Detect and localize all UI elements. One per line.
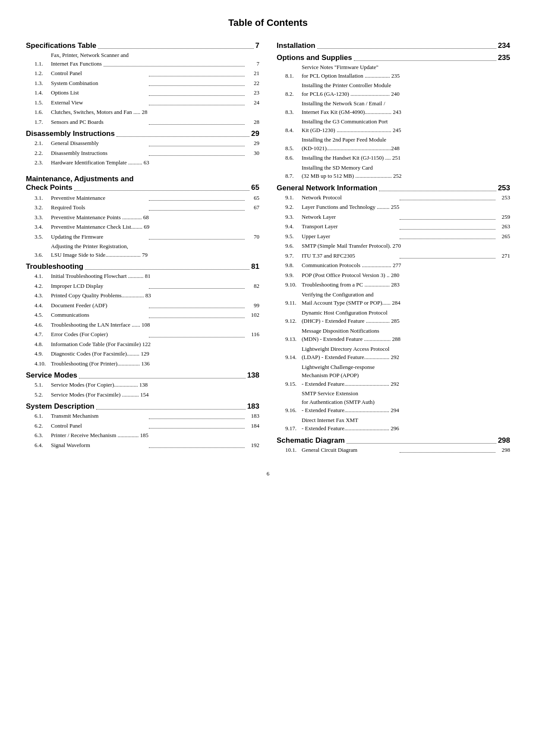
list-item: 9.5. Upper Layer 265 <box>277 232 510 241</box>
section-label-options-supplies: Options and Supplies <box>277 54 352 62</box>
section-maintenance: Maintenance, Adjustments and Check Point… <box>26 175 259 259</box>
list-item: 9.13. Message Disposition Notifications … <box>277 327 510 343</box>
list-item: 9.16. SMTP Service Extension for Authent… <box>277 389 510 415</box>
page-title: Table of Contents <box>26 17 510 28</box>
list-item: 1.1. Fax, Printer, Network Scanner and I… <box>26 51 259 68</box>
list-item: 3.2. Required Tools 67 <box>26 203 259 212</box>
list-item: 8.7. Installing the SD Memory Card (32 M… <box>277 164 510 180</box>
section-specifications: Specifications Table 7 1.1. Fax, Printer… <box>26 41 259 126</box>
section-page-service-modes: 138 <box>247 371 259 380</box>
list-item: 4.2. Improper LCD Display 82 <box>26 282 259 290</box>
list-item: 3.3. Preventive Maintenance Points .....… <box>26 213 259 222</box>
list-item: 8.3. Installing the Network Scan / Email… <box>277 99 510 116</box>
list-item: 9.3. Network Layer 259 <box>277 213 510 221</box>
section-label-general-network: General Network Information <box>277 184 377 192</box>
section-page-specifications: 7 <box>255 41 259 50</box>
section-dots-troubleshooting <box>85 269 249 270</box>
section-page-options-supplies: 235 <box>498 54 510 62</box>
list-item: 6.1. Transmit Mechanism 183 <box>26 412 259 420</box>
list-item: 4.7. Error Codes (For Copier) 116 <box>26 330 259 339</box>
list-item: 1.5. External View 24 <box>26 98 259 107</box>
section-options-supplies: Options and Supplies 235 8.1. Service No… <box>277 54 510 180</box>
list-item: 9.17. Direct Internet Fax XMT - Extended… <box>277 416 510 433</box>
list-item: 4.6. Troubleshooting the LAN Interface .… <box>26 321 259 329</box>
list-item: 9.14. Lightweight Directory Access Proto… <box>277 345 510 362</box>
list-item: 1.7. Sensors and PC Boards 28 <box>26 118 259 126</box>
list-item: 1.6. Clutches, Switches, Motors and Fan … <box>26 108 259 117</box>
list-item: 2.2. Disassembly Instructions 30 <box>26 149 259 158</box>
section-label-specifications: Specifications Table <box>26 41 96 50</box>
toc-container: Specifications Table 7 1.1. Fax, Printer… <box>26 41 510 457</box>
list-item: 8.1. Service Notes "Firmware Update" for… <box>277 63 510 80</box>
list-item: 3.5. Updating the Firmware 70 <box>26 233 259 241</box>
list-item: 9.11. Verifying the Configuration and Ma… <box>277 290 510 307</box>
section-label-installation: Installation <box>277 41 315 50</box>
section-general-network: General Network Information 253 9.1. Net… <box>277 184 510 433</box>
list-item: 4.5. Communications 102 <box>26 311 259 319</box>
list-item: 9.7. ITU T.37 and RFC2305 271 <box>277 252 510 260</box>
list-item: 4.4. Document Feeder (ADF) 99 <box>26 301 259 310</box>
section-page-disassembly: 29 <box>251 129 259 138</box>
list-item: 2.1. General Disassembly 29 <box>26 139 259 148</box>
section-dots-installation <box>317 48 496 49</box>
list-item: 3.4. Preventive Maintenance Check List..… <box>26 223 259 231</box>
list-item: 9.1. Network Protocol 253 <box>277 193 510 202</box>
list-item: 4.3. Printed Copy Quality Problems......… <box>26 291 259 300</box>
list-item: 4.1. Initial Troubleshooting Flowchart .… <box>26 272 259 280</box>
section-page-troubleshooting: 81 <box>251 262 259 271</box>
list-item: 2.3. Hardware Identification Template ..… <box>26 158 259 167</box>
list-item: 9.10. Troubleshooting from a PC ........… <box>277 280 510 289</box>
list-item: 6.4. Signal Waveform 192 <box>26 441 259 450</box>
list-item: 1.4. Options List 23 <box>26 88 259 97</box>
section-label-system-description: System Description <box>26 402 95 411</box>
list-item: 1.2. Control Panel 21 <box>26 69 259 78</box>
section-label-schematic-diagram: Schematic Diagram <box>277 436 345 445</box>
page-number: 6 <box>26 470 510 477</box>
left-column: Specifications Table 7 1.1. Fax, Printer… <box>26 41 259 457</box>
list-item: 8.4. Installing the G3 Communication Por… <box>277 117 510 134</box>
section-dots-schematic-diagram <box>347 443 496 444</box>
list-item: 5.1. Service Modes (For Copier).........… <box>26 381 259 389</box>
list-item: 1.3. System Combination 22 <box>26 79 259 88</box>
section-label-troubleshooting: Troubleshooting <box>26 262 83 271</box>
list-item: 9.6. SMTP (Simple Mail Transfer Protocol… <box>277 242 510 250</box>
section-label-disassembly: Disassembly Instructions <box>26 129 115 138</box>
list-item: 6.3. Printer / Receive Mechanism .......… <box>26 431 259 440</box>
list-item: 5.2. Service Modes (For Facsimile) .....… <box>26 391 259 399</box>
section-dots-system-description <box>96 409 246 410</box>
section-schematic-diagram: Schematic Diagram 298 10.1. General Circ… <box>277 436 510 454</box>
section-dots-disassembly <box>117 136 249 137</box>
right-column: Installation 234 Options and Supplies 23… <box>277 41 510 457</box>
list-item: 8.2. Installing the Printer Controller M… <box>277 81 510 98</box>
section-page-general-network: 253 <box>498 184 510 192</box>
list-item: 8.5. Installing the 2nd Paper Feed Modul… <box>277 135 510 152</box>
section-label-service-modes: Service Modes <box>26 371 77 380</box>
section-page-schematic-diagram: 298 <box>498 436 510 445</box>
list-item: 4.10. Troubleshooting (For Printer).....… <box>26 359 259 368</box>
list-item: 8.6. Installing the Handset Kit (GJ-1150… <box>277 154 510 162</box>
list-item: 9.8. Communication Protocols ...........… <box>277 261 510 270</box>
section-dots-options-supplies <box>354 60 496 61</box>
list-item: 10.1. General Circuit Diagram 298 <box>277 446 510 454</box>
section-dots-general-network <box>379 191 496 191</box>
section-page-installation: 234 <box>498 41 510 50</box>
list-item: 9.12. Dynamic Host Configuration Protoco… <box>277 309 510 325</box>
section-installation: Installation 234 <box>277 41 510 50</box>
section-dots-specifications <box>98 48 253 49</box>
section-disassembly: Disassembly Instructions 29 2.1. General… <box>26 129 259 167</box>
list-item: 3.1. Preventive Maintenance 65 <box>26 194 259 202</box>
section-troubleshooting: Troubleshooting 81 4.1. Initial Troubles… <box>26 262 259 368</box>
section-label-maintenance: Maintenance, Adjustments and <box>26 175 259 183</box>
list-item: 6.2. Control Panel 184 <box>26 422 259 430</box>
list-item: 4.9. Diagnostic Codes (For Facsimile)...… <box>26 350 259 358</box>
section-page-system-description: 183 <box>247 402 259 411</box>
section-dots-service-modes <box>79 378 246 378</box>
list-item: 9.15. Lightweight Challenge-response Mec… <box>277 363 510 388</box>
list-item: 4.8. Information Code Table (For Facsimi… <box>26 340 259 349</box>
section-service-modes: Service Modes 138 5.1. Service Modes (Fo… <box>26 371 259 399</box>
list-item: 9.2. Layer Functions and Technology ....… <box>277 203 510 211</box>
list-item: 9.9. POP (Post Office Protocol Version 3… <box>277 271 510 280</box>
section-system-description: System Description 183 6.1. Transmit Mec… <box>26 402 259 449</box>
list-item: 3.6. Adjusting the Printer Registration,… <box>26 242 259 259</box>
list-item: 9.4. Transport Layer 263 <box>277 222 510 231</box>
